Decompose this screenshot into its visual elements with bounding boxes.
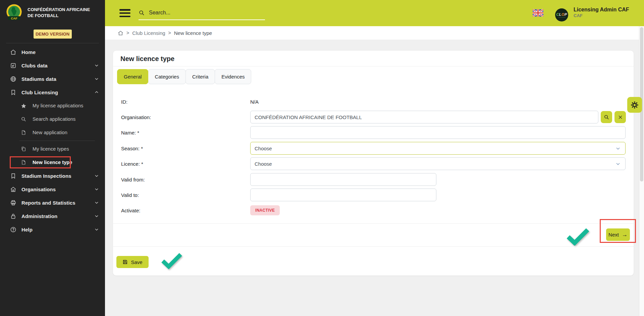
- sidebar-item-organisations[interactable]: Organisations: [0, 182, 105, 196]
- sidebar-item-search-applications[interactable]: Search applications: [0, 112, 105, 126]
- organisation-clear-button[interactable]: [614, 111, 626, 123]
- season-select[interactable]: Choose: [250, 142, 626, 155]
- sidebar-item-help[interactable]: Help: [0, 223, 105, 236]
- chevron-down-icon: [94, 173, 99, 178]
- season-selected-value: Choose: [255, 146, 272, 151]
- search-input[interactable]: [149, 10, 250, 16]
- sidebar-item-reports-and-statistics[interactable]: Reports and Statistics: [0, 196, 105, 209]
- sidebar-item-home[interactable]: Home: [0, 45, 105, 59]
- sidebar-item-my-licence-types[interactable]: My licence types: [0, 142, 105, 156]
- bookmark-icon: [10, 89, 17, 96]
- form-row-id: ID: N/A: [113, 95, 259, 108]
- user-menu[interactable]: Licensing Admin CAF CAF: [574, 7, 629, 18]
- name-label: Name: *: [121, 130, 250, 136]
- chevron-up-icon: [94, 90, 99, 95]
- name-input[interactable]: [250, 126, 626, 139]
- organisation-label: Organisation:: [121, 114, 250, 120]
- star-icon: [21, 103, 28, 109]
- save-icon: [122, 259, 128, 265]
- breadcrumb-link-club-licensing[interactable]: Club Licensing: [132, 30, 165, 36]
- sidebar-divider: [6, 43, 99, 43]
- page-scrollbar[interactable]: [639, 26, 644, 316]
- language-flag-uk-icon[interactable]: [533, 9, 543, 17]
- season-label: Season: *: [121, 146, 250, 151]
- tab-criteria[interactable]: Criteria: [185, 69, 215, 84]
- printer-icon: [10, 200, 17, 206]
- help-icon: [10, 226, 17, 233]
- licence-type-card: New licence type General Categories Crit…: [113, 50, 634, 276]
- footer-divider: [113, 223, 634, 224]
- next-button[interactable]: Next →: [606, 228, 630, 241]
- tabs: General Categories Criteria Evidences: [117, 69, 251, 84]
- organisation-search-button[interactable]: [601, 111, 612, 123]
- save-button[interactable]: Save: [116, 256, 149, 268]
- organisation-input[interactable]: [250, 111, 598, 123]
- search-icon: [21, 116, 28, 122]
- breadcrumb-separator: >: [126, 30, 129, 36]
- form-row-organisation: Organisation:: [113, 111, 626, 123]
- sidebar-item-clubs-data[interactable]: Clubs data: [0, 59, 105, 72]
- sidebar-item-stadiums-data[interactable]: Stadiums data: [0, 72, 105, 86]
- activate-label: Activate:: [121, 208, 250, 213]
- arrow-right-icon: →: [622, 231, 628, 238]
- page-title: New licence type: [120, 55, 174, 63]
- chevron-down-icon: [615, 161, 621, 166]
- tab-categories[interactable]: Categories: [148, 69, 186, 84]
- brand-org-name: CONFÉDÉRATION AFRICAINE DE FOOTBALL: [28, 7, 91, 18]
- sidebar-item-club-licensing[interactable]: Club Licensing: [0, 86, 105, 99]
- valid-to-input[interactable]: [250, 189, 436, 201]
- sidebar-item-administration[interactable]: Administration: [0, 209, 105, 223]
- file-icon: [21, 160, 28, 165]
- clop-logo: CLOP: [556, 12, 567, 16]
- valid-to-label: Valid to:: [121, 192, 250, 198]
- main-content: New licence type General Categories Crit…: [105, 40, 644, 316]
- tab-evidences[interactable]: Evidences: [215, 69, 251, 84]
- building-icon: [10, 186, 17, 193]
- sidebar-item-new-application[interactable]: New application: [0, 126, 105, 139]
- form-row-licence: Licence: * Choose: [113, 157, 626, 170]
- home-icon: [10, 49, 17, 55]
- avatar[interactable]: CLOP: [555, 8, 568, 21]
- licence-label: Licence: *: [121, 161, 250, 167]
- annotation-checkmark-next: [565, 227, 591, 246]
- licence-select[interactable]: Choose: [250, 157, 626, 170]
- bookmark-icon: [10, 173, 17, 179]
- save-divider: [113, 246, 634, 247]
- sidebar-item-new-licence-type[interactable]: New licence type: [0, 156, 105, 169]
- chevron-down-icon: [615, 146, 621, 151]
- id-label: ID:: [121, 99, 250, 105]
- user-name: Licensing Admin CAF: [574, 7, 629, 13]
- settings-gear-button[interactable]: [627, 97, 642, 113]
- status-badge-inactive[interactable]: INACTIVE: [250, 205, 280, 215]
- form-row-valid-to: Valid to:: [113, 189, 436, 201]
- sidebar-item-my-license-applications[interactable]: My license applications: [0, 99, 105, 112]
- caf-logo-icon: CAF: [5, 3, 23, 22]
- chevron-down-icon: [94, 214, 99, 218]
- lock-icon: [10, 213, 17, 219]
- menu-toggle-button[interactable]: [119, 9, 130, 17]
- sidebar-item-stadium-inspections[interactable]: Stadium Inspections: [0, 169, 105, 182]
- file-icon: [21, 130, 28, 135]
- demo-version-badge: DEMO VERSION: [34, 30, 72, 39]
- sidebar: CAF CONFÉDÉRATION AFRICAINE DE FOOTBALL …: [0, 0, 105, 316]
- submenu-divider: [19, 141, 95, 141]
- breadcrumb-current: New licence type: [174, 30, 212, 36]
- user-organisation: CAF: [574, 13, 629, 18]
- id-value: N/A: [250, 99, 259, 105]
- title-divider: [113, 66, 634, 66]
- search-icon: [139, 10, 145, 16]
- chevron-down-icon: [94, 63, 99, 68]
- clubs-data-icon: [10, 62, 17, 69]
- chevron-down-icon: [94, 227, 99, 232]
- form-row-valid-from: Valid from:: [113, 173, 436, 186]
- valid-from-input[interactable]: [250, 173, 436, 186]
- breadcrumb-home-icon[interactable]: [118, 30, 123, 36]
- form-row-season: Season: * Choose: [113, 142, 626, 155]
- breadcrumb: > Club Licensing > New licence type: [105, 26, 644, 40]
- chevron-down-icon: [94, 200, 99, 205]
- global-search: [139, 6, 265, 20]
- breadcrumb-separator: >: [168, 30, 171, 36]
- form-row-name: Name: *: [113, 126, 626, 139]
- licence-selected-value: Choose: [255, 161, 272, 167]
- tab-general[interactable]: General: [117, 69, 148, 84]
